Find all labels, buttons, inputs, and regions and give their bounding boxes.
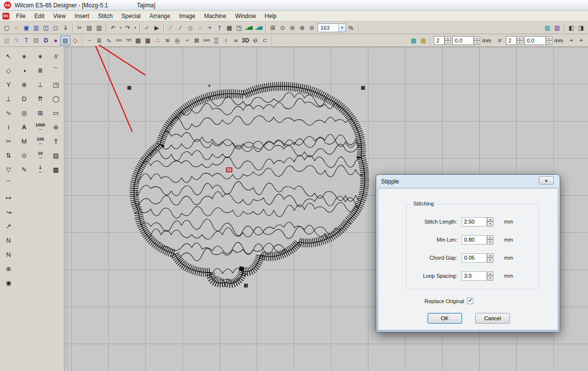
travel-1-button[interactable]: 1↔ xyxy=(34,163,47,176)
save-design-icon[interactable]: ▣ xyxy=(21,23,31,33)
titlebar[interactable]: ES Wilcom ES-65 Designer - [Mozg-5:1 Taj… xyxy=(0,0,588,11)
menu-help[interactable]: Help xyxy=(260,11,281,21)
overview-window-icon[interactable]: ◳ xyxy=(234,23,244,33)
open-design-icon[interactable]: ▱ xyxy=(12,23,21,33)
wave-edit-icon[interactable]: ≀ xyxy=(2,121,15,133)
outline-stitch-icon[interactable]: ∕ xyxy=(176,23,185,33)
block-tool-icon[interactable]: ⊞ xyxy=(34,106,47,119)
program-split-icon[interactable]: ▩ xyxy=(143,36,153,45)
export-machine-file-icon[interactable]: ⇓ xyxy=(61,23,70,33)
satin-stitch-icon[interactable]: ∿ xyxy=(104,36,114,45)
loop-spacing-spinner[interactable]: ▲▼ xyxy=(487,271,493,281)
arc-shape-icon[interactable]: ⌒ xyxy=(49,64,62,77)
hatch-tool-icon[interactable]: // xyxy=(49,50,62,62)
backstitch-icon[interactable]: ⊂ xyxy=(260,36,270,45)
globe-tool-icon[interactable]: ◎ xyxy=(18,106,31,119)
stitch-player-icon[interactable]: ▶ xyxy=(152,23,162,33)
e-stitch-icon[interactable]: ⊓⊓ xyxy=(123,36,133,45)
jump-stitch-icon[interactable]: ↦ xyxy=(2,191,15,204)
travel-100-button[interactable]: 100↔ xyxy=(34,135,47,147)
stitch-edit-icon[interactable]: ∿ xyxy=(2,106,15,119)
menu-machine[interactable]: Machine xyxy=(200,11,230,21)
min-len-input[interactable] xyxy=(462,235,487,245)
zigzag-stitch-icon[interactable]: ΛΛΛ xyxy=(114,36,123,45)
polygon-select-icon[interactable]: ◇ xyxy=(2,64,15,77)
copy-icon[interactable]: ▤ xyxy=(84,23,94,33)
resequence-icon[interactable]: ⇅ xyxy=(2,149,15,162)
needle-point-icon[interactable]: † xyxy=(215,23,224,33)
flexi-split-icon[interactable]: WW xyxy=(202,36,211,45)
triple-run-icon[interactable]: ≣ xyxy=(94,36,104,45)
select-tool-icon[interactable]: ↖ xyxy=(2,50,15,62)
design-properties-icon[interactable]: ◧ xyxy=(567,23,576,33)
ellipse-shape-icon[interactable]: ◯ xyxy=(49,92,62,105)
combo-dropdown-icon[interactable]: ▼ xyxy=(338,24,345,32)
closed-object-icon[interactable]: ◇ xyxy=(70,36,80,45)
fan-tool-icon[interactable]: ▽ xyxy=(2,163,15,176)
arc-tool-icon[interactable]: ⌒ xyxy=(2,177,15,190)
zoom-out-icon[interactable]: ⊖ xyxy=(307,23,317,33)
corner-shape-icon[interactable]: ◳ xyxy=(49,78,62,91)
curve-n-red-icon[interactable]: N xyxy=(2,248,15,261)
motif-fill-icon[interactable]: ∴ xyxy=(153,36,162,45)
digitize-d-icon[interactable]: D xyxy=(18,92,31,105)
penetration-icon[interactable]: ↗ xyxy=(2,220,15,232)
lettering-tool-icon[interactable]: T xyxy=(21,36,31,45)
grid-spacing-spinner-1[interactable]: ▲▼ xyxy=(474,36,480,45)
grid-count-spinner-2[interactable]: ▲▼ xyxy=(517,36,523,45)
ok-button[interactable]: OK xyxy=(427,313,462,324)
pattern-b-icon[interactable]: ▩ xyxy=(49,163,62,176)
flower-fill-icon[interactable]: ∗ xyxy=(34,50,47,62)
snap-grid-icon[interactable]: ▦ xyxy=(418,36,428,45)
menu-insert[interactable]: Insert xyxy=(70,11,94,21)
zoom-factor-combo[interactable]: 163 ▼ xyxy=(318,23,346,32)
menu-arrange[interactable]: Arrange xyxy=(145,11,175,21)
cross-stitch-icon[interactable]: ×× xyxy=(182,36,192,45)
color-chart-icon[interactable]: ▂▅▇ xyxy=(254,23,264,33)
selection-handle-top-left[interactable] xyxy=(127,86,131,90)
ellipse-outline-icon[interactable]: ◇ xyxy=(185,23,195,33)
cancel-button[interactable]: Cancel xyxy=(475,313,510,324)
menu-window[interactable]: Window xyxy=(231,11,261,21)
freehand-tool-icon[interactable]: ✎ xyxy=(12,36,21,45)
dialog-close-button[interactable]: × xyxy=(539,176,554,185)
thread-colors-icon[interactable]: ▨ xyxy=(552,23,562,33)
ellipse-fill-icon[interactable]: ● xyxy=(51,36,61,45)
punch-tool-icon[interactable]: ▤ xyxy=(2,36,12,45)
column-stitch-icon[interactable]: Ⅲ xyxy=(34,64,47,77)
design-library-icon[interactable]: ◨ xyxy=(576,23,586,33)
redo-icon[interactable]: ↷ xyxy=(123,23,133,33)
chord-gap-input[interactable] xyxy=(462,253,487,263)
lift-tool-icon[interactable]: ⇈ xyxy=(34,92,47,105)
digitize-tool-icon[interactable]: D xyxy=(41,36,51,45)
show-grid-icon[interactable]: ▦ xyxy=(224,23,234,33)
applique-icon[interactable]: ⊠ xyxy=(192,36,202,45)
curve-n-icon[interactable]: N xyxy=(2,234,15,247)
menu-file[interactable]: File xyxy=(12,11,30,21)
dotted-view-icon[interactable]: ∴ xyxy=(195,23,205,33)
min-len-spinner[interactable]: ▲▼ xyxy=(487,235,493,245)
design-check-icon[interactable]: ✓ xyxy=(142,23,152,33)
menu-stitch[interactable]: Stitch xyxy=(94,11,117,21)
travel-1000-button[interactable]: 1000↔ xyxy=(34,121,47,133)
print-preview-icon[interactable]: ◻ xyxy=(51,23,61,33)
eyelet-tool-icon[interactable]: ⊙ xyxy=(18,149,31,162)
zoom-box-icon[interactable]: ⊞ xyxy=(268,23,278,33)
object-fill-icon[interactable]: ◑ xyxy=(18,64,31,77)
circle-digitize-icon[interactable]: ⊕ xyxy=(18,78,31,91)
grid-count-spinner-1[interactable]: ▲▼ xyxy=(445,36,451,45)
stitch-length-spinner[interactable]: ▲▼ xyxy=(487,217,493,227)
selection-handle-top-right[interactable] xyxy=(361,86,365,90)
print-icon[interactable]: ◫ xyxy=(41,23,51,33)
lettering-a-icon[interactable]: A xyxy=(18,121,31,133)
zoom-in-icon[interactable]: ⊕ xyxy=(297,23,307,33)
pan-design-icon[interactable]: + xyxy=(567,36,576,45)
paste-icon[interactable]: ▥ xyxy=(94,23,104,33)
raise-tool-icon[interactable]: ⇑ xyxy=(49,135,62,147)
star-shape-icon[interactable]: ⊛ xyxy=(49,121,62,133)
rectangle-shape-icon[interactable]: ▭ xyxy=(49,106,62,119)
zoom-1to1-icon[interactable]: ⊚ xyxy=(287,23,297,33)
run-stitch-icon[interactable]: ┄ xyxy=(84,36,94,45)
crosshair-icon[interactable]: + xyxy=(205,23,215,33)
grid-count-field-1[interactable]: 2 xyxy=(434,36,445,45)
